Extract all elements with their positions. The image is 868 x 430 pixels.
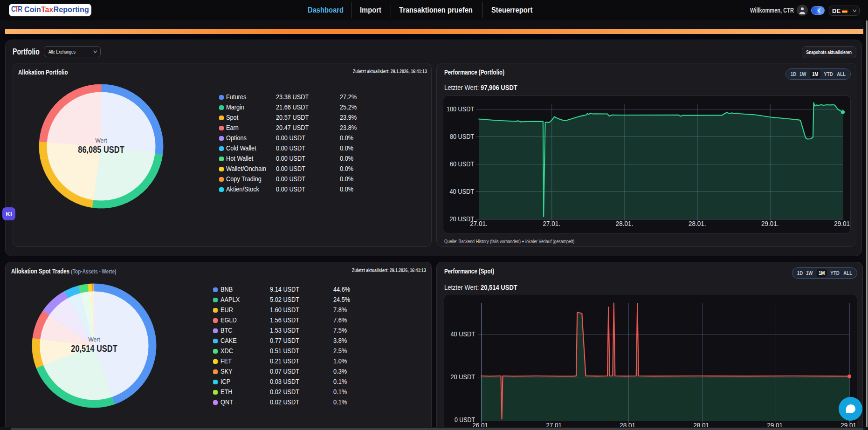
- svg-text:27.01.: 27.01.: [470, 219, 488, 227]
- svg-text:20 USDT: 20 USDT: [451, 373, 475, 381]
- svg-text:28.01.: 28.01.: [616, 219, 634, 227]
- svg-text:40 USDT: 40 USDT: [451, 330, 475, 338]
- svg-text:29.01.: 29.01.: [761, 219, 779, 227]
- svg-text:40 USDT: 40 USDT: [450, 187, 475, 195]
- svg-text:28.01.: 28.01.: [689, 219, 706, 227]
- svg-text:100 USDT: 100 USDT: [447, 105, 474, 113]
- svg-text:60 USDT: 60 USDT: [450, 160, 474, 168]
- svg-text:80 USDT: 80 USDT: [450, 132, 474, 140]
- svg-text:27.01.: 27.01.: [543, 219, 561, 227]
- svg-text:29.01.: 29.01.: [834, 219, 851, 227]
